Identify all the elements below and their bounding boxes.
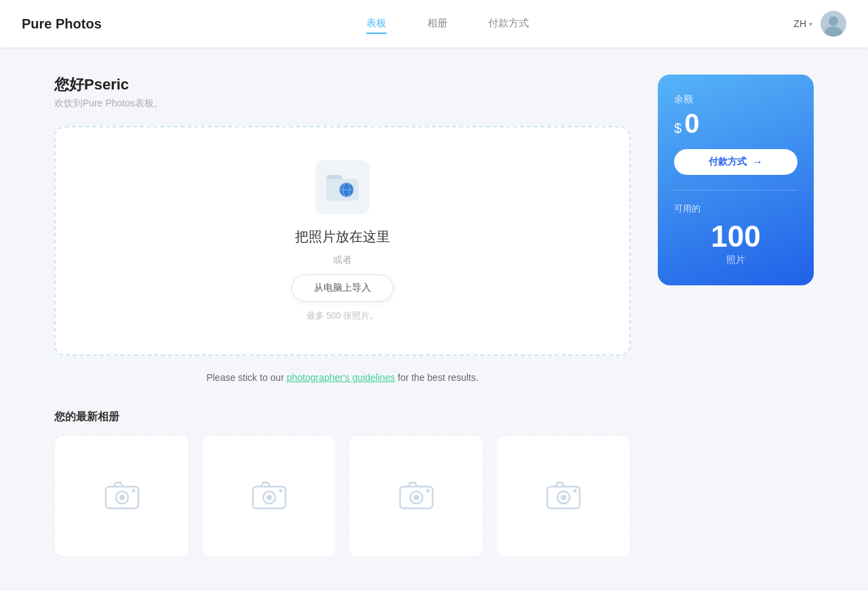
main-nav: 表板 相册 付款方式 <box>102 14 794 34</box>
sidebar-divider <box>674 190 797 190</box>
greeting-subtitle: 欢饮到Pure Photos表板。 <box>54 98 631 110</box>
camera-icon <box>102 476 142 516</box>
main-container: 您好Pseric 欢饮到Pure Photos表板。 把 <box>0 47 868 584</box>
nav-albums[interactable]: 相册 <box>427 14 448 34</box>
guidelines-text: Please stick to our photographer's guide… <box>54 372 631 383</box>
lang-label: ZH <box>793 18 806 29</box>
album-card-2[interactable] <box>201 435 336 557</box>
balance-card: 余额 $ 0 付款方式 → 可用的 100 照片 <box>658 75 814 285</box>
content-area: 您好Pseric 欢饮到Pure Photos表板。 把 <box>54 75 631 557</box>
balance-label: 余额 <box>674 94 797 106</box>
upload-area[interactable]: 把照片放在这里 或者 从电脑上导入 最多 500 张照片。 <box>54 126 631 356</box>
album-card-4[interactable] <box>496 435 631 557</box>
nav-dashboard[interactable]: 表板 <box>366 14 387 34</box>
avatar[interactable] <box>821 11 846 37</box>
balance-amount: 0 <box>684 110 699 137</box>
svg-point-19 <box>426 489 429 493</box>
albums-grid <box>54 435 631 557</box>
album-card-3[interactable] <box>349 435 484 557</box>
svg-point-1 <box>829 16 838 26</box>
header: Pure Photos 表板 相册 付款方式 ZH ▾ <box>0 0 868 47</box>
chevron-down-icon: ▾ <box>809 20 812 28</box>
svg-point-23 <box>573 489 576 493</box>
svg-point-22 <box>561 495 566 500</box>
svg-point-14 <box>267 495 272 500</box>
payment-button[interactable]: 付款方式 → <box>674 149 797 175</box>
guidelines-prefix: Please stick to our <box>206 372 286 383</box>
recent-albums-title: 您的最新相册 <box>54 410 631 424</box>
camera-icon <box>543 476 584 516</box>
currency-symbol: $ <box>674 121 682 136</box>
guidelines-suffix: for the best results. <box>395 372 479 383</box>
greeting-title: 您好Pseric <box>54 75 631 95</box>
guidelines-link[interactable]: photographer's guidelines <box>287 372 395 383</box>
upload-or-text: 或者 <box>333 254 352 266</box>
balance-display: $ 0 <box>674 110 797 137</box>
photos-label: 照片 <box>674 254 797 266</box>
language-selector[interactable]: ZH ▾ <box>793 18 812 29</box>
camera-icon <box>396 476 437 516</box>
upload-icon-wrap <box>315 160 370 214</box>
app-logo: Pure Photos <box>22 16 102 32</box>
svg-point-18 <box>414 495 419 500</box>
svg-point-15 <box>279 489 282 493</box>
photos-count: 100 <box>674 222 797 251</box>
available-label: 可用的 <box>674 203 797 215</box>
arrow-right-icon: → <box>752 156 763 168</box>
header-right: ZH ▾ <box>793 11 846 37</box>
svg-point-11 <box>132 489 135 493</box>
camera-icon <box>249 476 290 516</box>
nav-payment[interactable]: 付款方式 <box>488 14 529 34</box>
svg-point-10 <box>119 495 125 500</box>
upload-button[interactable]: 从电脑上导入 <box>292 274 393 302</box>
payment-button-label: 付款方式 <box>709 156 747 168</box>
upload-hint: 最多 500 张照片。 <box>307 310 379 322</box>
album-card-1[interactable] <box>54 435 189 557</box>
upload-title: 把照片放在这里 <box>295 228 390 246</box>
